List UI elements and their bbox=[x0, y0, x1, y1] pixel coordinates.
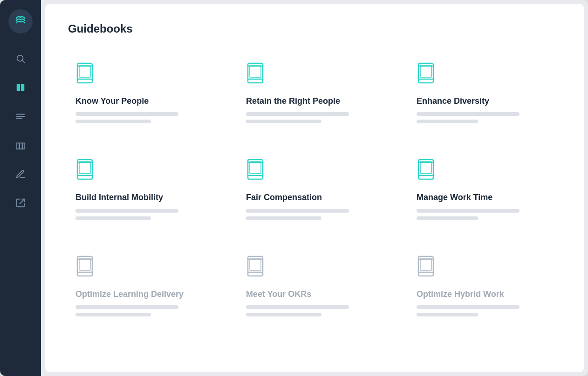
skeleton-line bbox=[417, 120, 478, 123]
book-icon-know-your-people bbox=[75, 61, 98, 87]
skeleton-lines bbox=[417, 209, 554, 220]
book-icon-meet-okrs bbox=[246, 255, 268, 281]
svg-line-1 bbox=[22, 60, 25, 63]
skeleton-line bbox=[246, 209, 349, 213]
sidebar-item-guidebooks[interactable] bbox=[8, 75, 33, 100]
sidebar-item-search[interactable] bbox=[8, 47, 33, 71]
page-title: Guidebooks bbox=[68, 22, 561, 35]
skeleton-line bbox=[417, 313, 478, 316]
skeleton-lines bbox=[75, 112, 212, 123]
svg-rect-25 bbox=[420, 258, 431, 270]
guidebook-card-enhance-diversity[interactable]: Enhance Diversity bbox=[409, 52, 561, 134]
svg-rect-17 bbox=[250, 161, 261, 174]
guidebook-title: Know Your People bbox=[75, 96, 212, 107]
guidebook-title: Fair Compensation bbox=[246, 192, 383, 203]
guidebook-card-manage-work-time[interactable]: Manage Work Time bbox=[409, 148, 561, 231]
guidebook-title: Optimize Hybrid Work bbox=[417, 289, 554, 300]
skeleton-line bbox=[75, 305, 178, 309]
skeleton-lines bbox=[75, 209, 212, 220]
guidebook-card-optimize-learning[interactable]: Optimize Learning Delivery bbox=[68, 245, 220, 328]
sidebar-item-links[interactable] bbox=[8, 191, 33, 215]
guidebook-title: Manage Work Time bbox=[417, 192, 554, 203]
skeleton-line bbox=[417, 305, 520, 309]
guidebook-title: Build Internal Mobility bbox=[75, 192, 212, 203]
skeleton-line bbox=[75, 112, 178, 116]
svg-rect-7 bbox=[22, 143, 25, 149]
main-content: Guidebooks Know Your People bbox=[45, 4, 584, 372]
skeleton-lines bbox=[75, 305, 212, 316]
content-area: Guidebooks Know Your People bbox=[45, 4, 584, 372]
skeleton-line bbox=[417, 209, 520, 213]
guidebook-card-meet-okrs[interactable]: Meet Your OKRs bbox=[239, 245, 390, 328]
app-logo[interactable] bbox=[8, 9, 33, 34]
skeleton-lines bbox=[417, 305, 554, 316]
skeleton-line bbox=[246, 216, 321, 220]
book-icon-optimize-hybrid bbox=[417, 255, 439, 281]
svg-rect-23 bbox=[250, 258, 261, 270]
svg-rect-9 bbox=[79, 65, 90, 77]
skeleton-line bbox=[417, 112, 520, 116]
guidebook-title: Optimize Learning Delivery bbox=[75, 289, 212, 300]
book-icon-fair-compensation bbox=[246, 158, 268, 184]
skeleton-lines bbox=[246, 209, 383, 220]
guidebook-title: Enhance Diversity bbox=[417, 96, 554, 107]
skeleton-line bbox=[246, 120, 321, 123]
book-icon-build-internal-mobility bbox=[75, 158, 98, 184]
svg-rect-19 bbox=[420, 161, 431, 174]
sidebar-item-collections[interactable] bbox=[8, 133, 33, 157]
sidebar bbox=[0, 0, 41, 376]
app-container: Guidebooks Know Your People bbox=[0, 0, 588, 376]
guidebook-card-optimize-hybrid[interactable]: Optimize Hybrid Work bbox=[409, 245, 561, 328]
svg-rect-13 bbox=[420, 65, 431, 77]
skeleton-lines bbox=[246, 112, 383, 123]
book-icon-optimize-learning bbox=[75, 255, 98, 281]
guidebook-card-retain-right-people[interactable]: Retain the Right People bbox=[239, 52, 390, 134]
skeleton-line bbox=[75, 120, 151, 123]
sidebar-item-lists[interactable] bbox=[8, 104, 33, 128]
skeleton-line bbox=[246, 313, 321, 316]
guidebooks-grid: Know Your People Retain the Right People bbox=[68, 52, 561, 328]
book-icon-enhance-diversity bbox=[417, 61, 439, 87]
svg-rect-15 bbox=[79, 161, 90, 174]
skeleton-line bbox=[75, 216, 151, 220]
sidebar-nav bbox=[0, 47, 41, 215]
skeleton-line bbox=[417, 216, 478, 220]
svg-rect-21 bbox=[79, 258, 90, 270]
skeleton-lines bbox=[417, 112, 554, 123]
guidebook-title: Retain the Right People bbox=[246, 96, 383, 107]
skeleton-line bbox=[75, 313, 151, 316]
guidebook-card-know-your-people[interactable]: Know Your People bbox=[68, 52, 220, 134]
skeleton-line bbox=[246, 305, 349, 309]
guidebook-card-build-internal-mobility[interactable]: Build Internal Mobility bbox=[68, 148, 220, 231]
skeleton-line bbox=[246, 112, 349, 116]
guidebook-title: Meet Your OKRs bbox=[246, 289, 383, 300]
skeleton-line bbox=[75, 209, 178, 213]
guidebook-card-fair-compensation[interactable]: Fair Compensation bbox=[239, 148, 390, 231]
skeleton-lines bbox=[246, 305, 383, 316]
book-icon-retain-right-people bbox=[246, 61, 268, 87]
svg-rect-11 bbox=[250, 65, 261, 77]
sidebar-item-create[interactable] bbox=[8, 162, 33, 186]
book-icon-manage-work-time bbox=[417, 158, 439, 184]
